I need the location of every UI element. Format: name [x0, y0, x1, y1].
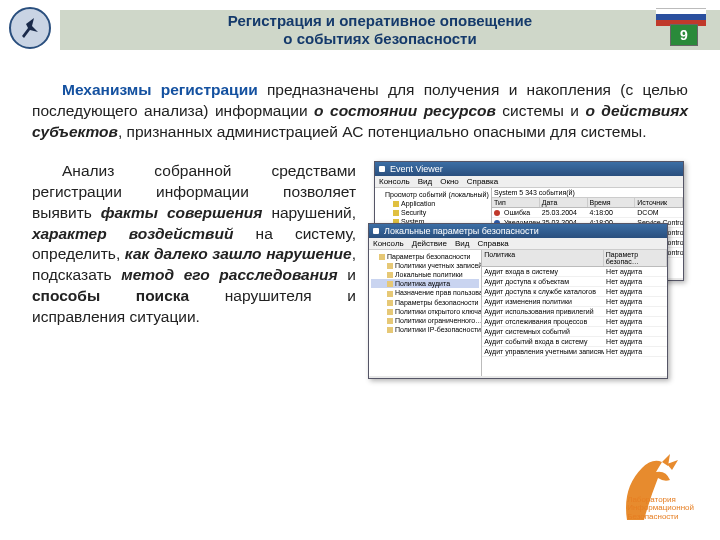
menu-bar: Консоль Действие Вид Справка: [369, 238, 667, 250]
screenshot-area: Event Viewer Консоль Вид Окно Справка Пр…: [368, 161, 688, 381]
header-line2: о событиях безопасности: [283, 30, 476, 47]
app-icon: [379, 166, 385, 172]
header-title-band: Регистрация и оперативное оповещение о с…: [60, 10, 720, 50]
paragraph-2: Анализ собранной средствами регистрации …: [32, 161, 356, 381]
list-panel: Политика Параметр безопас… Аудит входа в…: [482, 250, 667, 376]
security-settings-window: Локальные параметры безопасности Консоль…: [368, 223, 668, 379]
app-icon: [373, 228, 379, 234]
window-title: Event Viewer: [390, 164, 443, 174]
slide-number: 9: [680, 27, 688, 43]
para1-lead: Механизмы регистрации: [62, 81, 258, 98]
window-title: Локальные параметры безопасности: [384, 226, 539, 236]
menu-bar: Консоль Вид Окно Справка: [375, 176, 683, 188]
runner-logo-icon: [8, 6, 52, 50]
tree-panel: Параметры безопасности Политики учетных …: [369, 250, 482, 376]
logo-line3: Безопасности: [627, 513, 694, 522]
fox-logo-icon: Лаборатория Информационной Безопасности: [592, 448, 702, 528]
slide-header: Регистрация и оперативное оповещение о с…: [0, 0, 720, 56]
header-line1: Регистрация и оперативное оповещение: [228, 12, 532, 29]
paragraph-1: Механизмы регистрации предназначены для …: [0, 56, 720, 143]
slide-number-badge: 9: [670, 24, 698, 46]
